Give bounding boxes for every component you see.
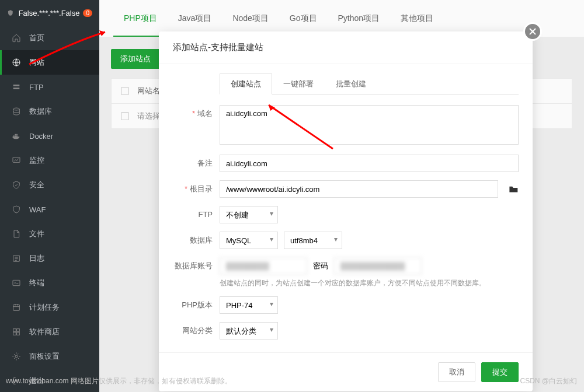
- modal-body: 创建站点 一键部署 批量创建 *域名 备注 *根目录 FTP 不创建: [159, 64, 533, 352]
- modal-title: 添加站点-支持批量建站: [159, 32, 533, 64]
- domain-input[interactable]: [220, 105, 519, 145]
- db-label: 数据库: [173, 232, 220, 249]
- root-input[interactable]: [220, 180, 498, 198]
- db-helper-text: 创建站点的同时，为站点创建一个对应的数据库账户，方便不同站点使用不同数据库。: [220, 278, 519, 288]
- db-account-label: 数据库账号: [173, 257, 220, 275]
- category-label: 网站分类: [173, 322, 220, 340]
- db-password-input[interactable]: [334, 257, 422, 275]
- subtab-deploy[interactable]: 一键部署: [272, 74, 325, 94]
- submit-button[interactable]: 提交: [481, 362, 519, 382]
- add-site-modal: 添加站点-支持批量建站 创建站点 一键部署 批量创建 *域名 备注 *根目录 F…: [159, 32, 533, 391]
- cancel-button[interactable]: 取消: [438, 362, 475, 382]
- modal-subtabs: 创建站点 一键部署 批量创建: [220, 74, 519, 94]
- db-charset-select[interactable]: utf8mb4: [284, 232, 342, 249]
- db-engine-select[interactable]: MySQL: [220, 232, 278, 249]
- php-version-select[interactable]: PHP-74: [220, 296, 278, 314]
- subtab-batch[interactable]: 批量创建: [325, 74, 377, 94]
- ftp-select[interactable]: 不创建: [220, 206, 278, 223]
- root-label: *根目录: [173, 180, 220, 198]
- remark-label: 备注: [173, 155, 220, 172]
- domain-label: *域名: [173, 105, 220, 123]
- category-select[interactable]: 默认分类: [220, 322, 278, 340]
- db-account-input[interactable]: [220, 257, 307, 275]
- php-label: PHP版本: [173, 296, 220, 314]
- folder-icon[interactable]: [509, 184, 519, 194]
- ftp-label: FTP: [173, 206, 220, 223]
- watermark-right: CSDN @白云如幻: [520, 376, 577, 386]
- close-button[interactable]: [523, 22, 542, 41]
- db-pwd-label: 密码: [313, 261, 328, 271]
- subtab-create[interactable]: 创建站点: [220, 74, 272, 94]
- remark-input[interactable]: [220, 155, 519, 172]
- close-icon: [529, 27, 537, 36]
- watermark-left: www.toymoban.com 网络图片仅供展示，非存储，如有侵权请联系删除。: [6, 376, 232, 386]
